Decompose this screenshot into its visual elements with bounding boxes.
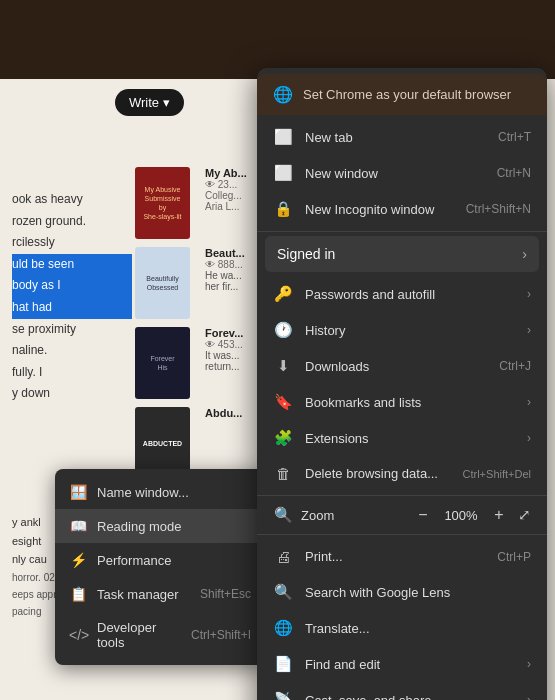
signed-in-bar[interactable]: Signed in › — [265, 236, 539, 272]
menu-item-print[interactable]: 🖨 Print... Ctrl+P — [257, 539, 547, 574]
new-window-icon: ⬜ — [273, 164, 293, 182]
signed-in-arrow-icon: › — [522, 246, 527, 262]
left-text-block: ook as heavy rozen ground. rcilessly uld… — [12, 189, 132, 405]
passwords-icon: 🔑 — [273, 285, 293, 303]
zoom-row: 🔍 Zoom − 100% + ⤢ — [257, 500, 547, 530]
menu-item-new-tab[interactable]: ⬜ New tab Ctrl+T — [257, 119, 547, 155]
menu-item-lens[interactable]: 🔍 Search with Google Lens — [257, 574, 547, 610]
cast-icon: 📡 — [273, 691, 293, 700]
translate-icon: 🌐 — [273, 619, 293, 637]
extensions-arrow-icon: › — [527, 431, 531, 445]
context-item-performance[interactable]: ⚡ Performance — [55, 543, 265, 577]
menu-item-bookmarks[interactable]: 🔖 Bookmarks and lists › — [257, 384, 547, 420]
performance-icon: ⚡ — [69, 552, 87, 568]
lens-icon: 🔍 — [273, 583, 293, 601]
menu-divider-1 — [257, 231, 547, 232]
print-icon: 🖨 — [273, 548, 293, 565]
fullscreen-icon[interactable]: ⤢ — [518, 506, 531, 524]
zoom-icon: 🔍 — [273, 506, 293, 524]
chrome-menu: 🌐 Set Chrome as your default browser ⬜ N… — [257, 68, 547, 700]
context-item-task-manager[interactable]: 📋 Task manager Shift+Esc — [55, 577, 265, 611]
menu-item-translate[interactable]: 🌐 Translate... — [257, 610, 547, 646]
menu-item-new-window[interactable]: ⬜ New window Ctrl+N — [257, 155, 547, 191]
new-tab-icon: ⬜ — [273, 128, 293, 146]
passwords-arrow-icon: › — [527, 287, 531, 301]
find-arrow-icon: › — [527, 657, 531, 671]
book-info-4: Abdu... — [205, 407, 242, 419]
developer-tools-icon: </> — [69, 627, 87, 643]
extensions-menu-icon: 🧩 — [273, 429, 293, 447]
context-item-reading-mode[interactable]: 📖 Reading mode — [55, 509, 265, 543]
book-info-2: Beaut... 👁 888... He wa...her fir... — [205, 247, 245, 292]
downloads-icon: ⬇ — [273, 357, 293, 375]
zoom-minus-button[interactable]: − — [412, 506, 434, 524]
menu-item-cast[interactable]: 📡 Cast, save, and share › — [257, 682, 547, 700]
book-cover-2: BeautifullyObsessed — [135, 247, 190, 319]
zoom-plus-button[interactable]: + — [488, 506, 510, 524]
context-item-developer-tools[interactable]: </> Developer tools Ctrl+Shift+I — [55, 611, 265, 659]
reading-mode-icon: 📖 — [69, 518, 87, 534]
set-default-bar[interactable]: 🌐 Set Chrome as your default browser — [257, 74, 547, 115]
bookmarks-arrow-icon: › — [527, 395, 531, 409]
book-list: My AbusiveSubmissivebyShe-slays-lit My A… — [135, 167, 255, 479]
book-item-3[interactable]: ForeverHis Forev... 👁 453... It was...re… — [135, 327, 255, 399]
menu-item-downloads[interactable]: ⬇ Downloads Ctrl+J — [257, 348, 547, 384]
menu-divider-2 — [257, 495, 547, 496]
menu-item-passwords[interactable]: 🔑 Passwords and autofill › — [257, 276, 547, 312]
menu-item-history[interactable]: 🕐 History › — [257, 312, 547, 348]
menu-item-delete-browsing[interactable]: 🗑 Delete browsing data... Ctrl+Shift+Del — [257, 456, 547, 491]
chrome-logo-icon: 🌐 — [273, 85, 293, 104]
find-icon: 📄 — [273, 655, 293, 673]
zoom-value: 100% — [442, 508, 480, 523]
task-manager-icon: 📋 — [69, 586, 87, 602]
book-info-1: My Ab... 👁 23... Colleg... Aria L... — [205, 167, 247, 212]
book-cover-3: ForeverHis — [135, 327, 190, 399]
context-item-name-window[interactable]: 🪟 Name window... — [55, 475, 265, 509]
book-cover-1: My AbusiveSubmissivebyShe-slays-lit — [135, 167, 190, 239]
menu-item-find[interactable]: 📄 Find and edit › — [257, 646, 547, 682]
menu-item-extensions[interactable]: 🧩 Extensions › — [257, 420, 547, 456]
book-info-3: Forev... 👁 453... It was...return... — [205, 327, 243, 372]
bookmarks-icon: 🔖 — [273, 393, 293, 411]
incognito-icon: 🔒 — [273, 200, 293, 218]
book-item-2[interactable]: BeautifullyObsessed Beaut... 👁 888... He… — [135, 247, 255, 319]
window-icon: 🪟 — [69, 484, 87, 500]
write-button[interactable]: Write ▾ — [115, 89, 184, 116]
history-icon: 🕐 — [273, 321, 293, 339]
menu-divider-3 — [257, 534, 547, 535]
menu-item-incognito[interactable]: 🔒 New Incognito window Ctrl+Shift+N — [257, 191, 547, 227]
highlight-text: uld be seen — [12, 254, 132, 276]
book-item-1[interactable]: My AbusiveSubmissivebyShe-slays-lit My A… — [135, 167, 255, 239]
delete-browsing-icon: 🗑 — [273, 465, 293, 482]
context-menu: 🪟 Name window... 📖 Reading mode ⚡ Perfor… — [55, 469, 265, 665]
history-arrow-icon: › — [527, 323, 531, 337]
cast-arrow-icon: › — [527, 693, 531, 700]
